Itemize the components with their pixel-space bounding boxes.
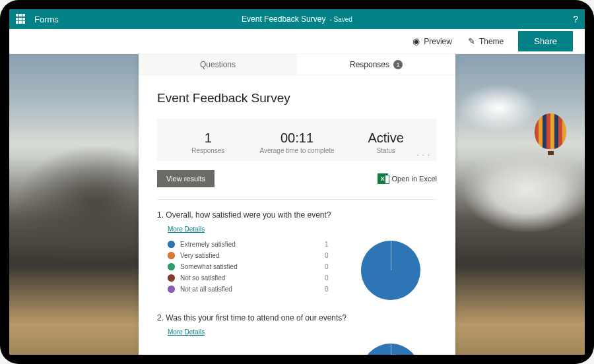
tab-responses-label: Responses [350,60,389,69]
stat-avg-time-label: Average time to complete [253,147,342,154]
screen: Forms Event Feedback Survey - Saved ? ◉ … [9,9,585,355]
form-tabs: Questions Responses 1 [139,54,455,75]
app-launcher-icon[interactable] [16,14,26,24]
tab-questions[interactable]: Questions [139,54,297,75]
question-2-legend [168,344,345,355]
question-2-chart [345,344,437,355]
document-title-area: Event Feedback Survey - Saved [242,15,352,24]
stat-responses: 1 Responses [164,131,253,154]
tab-questions-label: Questions [200,60,236,69]
question-1-title: 1. Overall, how satisfied were you with … [157,210,437,220]
legend-dot [168,252,175,259]
toolbar: ◉ Preview ✎ Theme Share [9,29,585,54]
legend-row: Not at all satisfied 0 [168,286,345,293]
question-1-chart [345,241,437,300]
legend-dot [168,241,175,248]
excel-icon: X [378,173,388,184]
stat-status-value: Active [341,131,430,146]
help-icon[interactable]: ? [573,14,578,24]
legend-count: 1 [325,241,345,248]
legend-row: Extremely satisfied 1 [168,241,345,248]
app-name[interactable]: Forms [34,15,59,24]
divider [157,199,437,200]
question-2-text: Was this your first time to attend one o… [166,313,346,322]
stats-panel: 1 Responses 00:11 Average time to comple… [157,119,437,161]
legend-count: 0 [325,286,345,293]
legend-row: Very satisfied 0 [168,252,345,259]
question-2-more-details[interactable]: More Details [168,328,205,336]
theme-button[interactable]: ✎ Theme [460,33,512,49]
legend-label: Extremely satisfied [180,241,325,248]
question-1-more-details[interactable]: More Details [168,226,205,233]
question-2-number: 2. [157,313,164,322]
content-area: Questions Responses 1 Event Feedback Sur… [9,54,585,355]
legend-row: Somewhat satisfied 0 [168,263,345,270]
stat-avg-time-value: 00:11 [253,131,342,146]
question-2-body [157,344,437,355]
legend-row: Not so satisfied 0 [168,274,345,282]
legend-count: 0 [325,263,345,270]
view-results-button[interactable]: View results [157,170,214,187]
pie-chart [361,241,420,300]
question-1: 1. Overall, how satisfied were you with … [157,210,437,300]
saved-indicator: - Saved [329,16,352,23]
app-header: Forms Event Feedback Survey - Saved ? [9,9,585,29]
document-title[interactable]: Event Feedback Survey [242,15,325,24]
open-in-excel-button[interactable]: X Open in Excel [378,173,437,184]
legend-dot [168,263,175,270]
pie-chart-partial [361,344,420,355]
legend-dot [168,274,175,282]
legend-label: Very satisfied [180,252,325,259]
legend-label: Not so satisfied [180,274,325,282]
share-button[interactable]: Share [518,31,573,51]
stat-responses-value: 1 [164,131,253,146]
question-1-legend: Extremely satisfied 1 Very satisfied 0 [168,241,345,300]
question-2-title: 2. Was this your first time to attend on… [157,313,437,322]
question-1-text: Overall, how satisfied were you with the… [166,210,331,220]
legend-count: 0 [325,252,345,259]
preview-button[interactable]: ◉ Preview [405,33,460,49]
preview-label: Preview [424,37,452,46]
palette-icon: ✎ [468,36,475,46]
question-2: 2. Was this your first time to attend on… [157,313,437,355]
legend-dot [168,286,175,293]
share-label: Share [534,36,557,46]
stat-avg-time: 00:11 Average time to complete [253,131,342,154]
actions-row: View results X Open in Excel [157,170,437,187]
tab-responses[interactable]: Responses 1 [297,54,455,75]
legend-label: Not at all satisfied [180,286,325,293]
legend-label: Somewhat satisfied [180,263,325,270]
card-body: Event Feedback Survey 1 Responses 00:11 … [139,75,455,355]
eye-icon: ◉ [412,36,420,46]
responses-count-badge: 1 [393,60,403,69]
stat-responses-label: Responses [164,147,253,154]
question-1-number: 1. [157,210,164,220]
balloon-decoration [535,113,566,155]
survey-title: Event Feedback Survey [157,91,437,106]
question-1-body: Extremely satisfied 1 Very satisfied 0 [157,241,437,300]
open-excel-label: Open in Excel [392,175,437,183]
theme-label: Theme [479,37,504,46]
legend-count: 0 [325,274,345,282]
stats-more-button[interactable]: . . . [417,149,430,157]
form-card: Questions Responses 1 Event Feedback Sur… [139,54,455,355]
device-frame: Forms Event Feedback Survey - Saved ? ◉ … [0,0,594,364]
